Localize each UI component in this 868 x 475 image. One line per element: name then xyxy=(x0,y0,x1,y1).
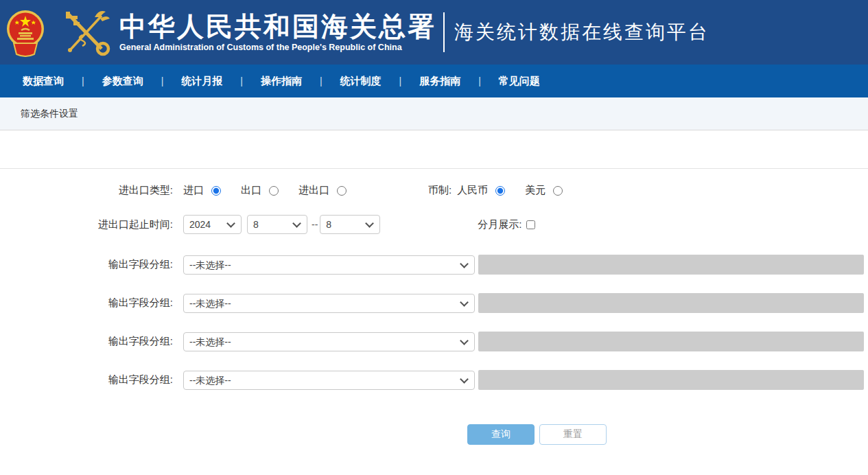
output-group-disabled-input-4 xyxy=(478,370,864,390)
currency-label: 币制: xyxy=(428,184,451,197)
form-actions: 查询 重置 xyxy=(0,424,868,445)
query-form: 进出口类型: 进口 出口 进出口 币制: 人民币 美元 进出口起止时间: 202… xyxy=(0,169,868,445)
output-group-row-4: 输出字段分组: --未选择-- xyxy=(0,370,868,390)
nav-item-service-guide[interactable]: 服务指南 xyxy=(419,75,460,88)
monthly-display-label: 分月展示: xyxy=(478,218,521,231)
output-group-row-1: 输出字段分组: --未选择-- xyxy=(0,255,868,275)
nav-separator: | xyxy=(399,76,402,86)
org-title-block: 中华人民共和国海关总署 General Administration of Cu… xyxy=(119,12,436,53)
nav-item-monthly-report[interactable]: 统计月报 xyxy=(181,75,222,88)
trade-type-option-both[interactable]: 进出口 xyxy=(298,184,347,197)
header: 中华人民共和国海关总署 General Administration of Cu… xyxy=(0,0,868,65)
output-group-label: 输出字段分组: xyxy=(0,297,183,310)
output-group-disabled-input-2 xyxy=(478,293,864,313)
output-group-disabled-input-1 xyxy=(478,255,864,275)
filter-section-bar: 筛选条件设置 xyxy=(0,97,868,130)
currency-option-rmb[interactable]: 人民币 xyxy=(457,184,505,197)
nav-separator: | xyxy=(320,76,322,86)
monthly-display-checkbox[interactable] xyxy=(526,220,535,229)
output-group-label: 输出字段分组: xyxy=(0,258,183,271)
trade-type-both-radio[interactable] xyxy=(337,186,347,196)
customs-logo-icon xyxy=(59,8,113,57)
section-divider xyxy=(0,130,868,169)
org-title: 中华人民共和国海关总署 xyxy=(119,12,436,42)
end-month-select[interactable]: 8 xyxy=(320,215,380,234)
org-subtitle: General Administration of Customs of the… xyxy=(119,43,436,52)
currency-usd-radio[interactable] xyxy=(553,186,563,196)
trade-type-export-radio[interactable] xyxy=(269,186,279,196)
currency-rmb-radio[interactable] xyxy=(495,186,505,196)
reset-button[interactable]: 重置 xyxy=(539,424,607,445)
nav-item-statistics-system[interactable]: 统计制度 xyxy=(340,75,382,88)
nav-item-operation-guide[interactable]: 操作指南 xyxy=(261,75,302,88)
output-group-select-2[interactable]: --未选择-- xyxy=(183,294,475,313)
national-emblem-icon xyxy=(5,8,45,57)
output-group-row-2: 输出字段分组: --未选择-- xyxy=(0,293,868,313)
output-group-label: 输出字段分组: xyxy=(0,373,183,386)
output-group-label: 输出字段分组: xyxy=(0,335,183,348)
nav-item-data-query[interactable]: 数据查询 xyxy=(23,75,64,88)
output-group-select-4[interactable]: --未选择-- xyxy=(183,371,475,390)
currency-option-usd[interactable]: 美元 xyxy=(525,184,563,197)
nav-item-param-query[interactable]: 参数查询 xyxy=(102,75,143,88)
output-group-disabled-input-3 xyxy=(478,332,864,351)
main-nav: 数据查询 | 参数查询 | 统计月报 | 操作指南 | 统计制度 | 服务指南 … xyxy=(0,65,868,97)
date-range-row: 进出口起止时间: 2024 8 -- 8 分月展示: xyxy=(0,215,868,234)
output-group-select-1[interactable]: --未选择-- xyxy=(183,255,475,275)
trade-type-label: 进出口类型: xyxy=(0,184,183,197)
start-month-select[interactable]: 8 xyxy=(247,215,307,234)
nav-separator: | xyxy=(478,76,481,86)
output-group-row-3: 输出字段分组: --未选择-- xyxy=(0,332,868,351)
query-button[interactable]: 查询 xyxy=(467,424,535,445)
nav-separator: | xyxy=(82,76,84,86)
trade-type-row: 进出口类型: 进口 出口 进出口 币制: 人民币 美元 xyxy=(0,184,868,197)
nav-item-faq[interactable]: 常见问题 xyxy=(499,75,540,88)
date-range-separator: -- xyxy=(312,219,318,230)
output-group-select-3[interactable]: --未选择-- xyxy=(183,332,475,351)
header-divider xyxy=(443,12,445,52)
platform-title: 海关统计数据在线查询平台 xyxy=(454,19,709,45)
nav-separator: | xyxy=(161,76,164,86)
nav-separator: | xyxy=(240,76,243,86)
trade-type-option-export[interactable]: 出口 xyxy=(241,184,279,197)
trade-type-option-import[interactable]: 进口 xyxy=(183,184,221,197)
trade-type-import-radio[interactable] xyxy=(211,186,221,196)
date-range-label: 进出口起止时间: xyxy=(0,218,183,231)
filter-section-title: 筛选条件设置 xyxy=(21,108,78,120)
year-select[interactable]: 2024 xyxy=(183,215,242,234)
